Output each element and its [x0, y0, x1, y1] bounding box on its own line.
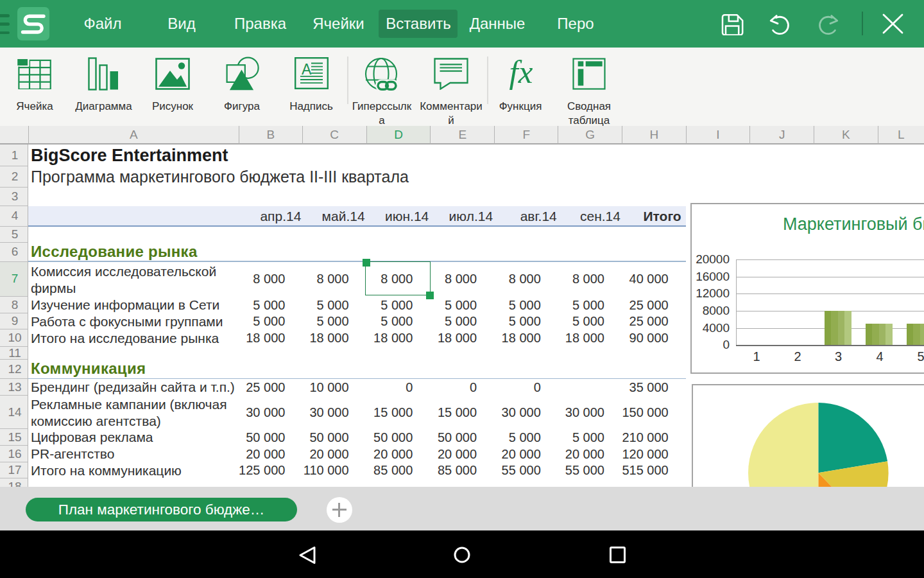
svg-text:A: A: [302, 61, 312, 78]
